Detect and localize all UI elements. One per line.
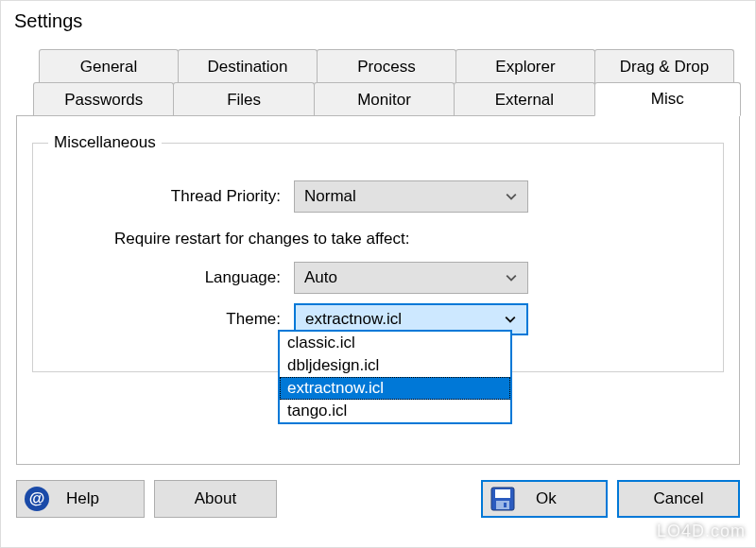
help-button[interactable]: @ Help [16, 480, 145, 518]
tab-drag-drop[interactable]: Drag & Drop [594, 49, 734, 83]
tab-explorer[interactable]: Explorer [455, 49, 595, 83]
about-button[interactable]: About [154, 480, 277, 518]
label-language: Language: [48, 268, 294, 287]
about-button-label: About [195, 489, 236, 508]
tab-external[interactable]: External [454, 82, 594, 116]
row-language: Language: Auto [48, 262, 708, 294]
tab-misc[interactable]: Misc [594, 82, 741, 116]
tab-row-1: General Destination Process Explorer Dra… [16, 49, 740, 83]
theme-option[interactable]: dbljdesign.icl [280, 354, 510, 377]
chevron-down-icon [504, 313, 517, 326]
settings-window: Settings General Destination Process Exp… [1, 1, 755, 547]
svg-rect-2 [496, 501, 509, 509]
select-thread-priority-value: Normal [304, 187, 356, 206]
tab-destination[interactable]: Destination [178, 49, 318, 83]
restart-note: Require restart for changes to take affe… [114, 230, 708, 248]
window-title: Settings [1, 1, 755, 38]
ok-button[interactable]: Ok [481, 480, 608, 518]
tab-row-2: Passwords Files Monitor External Misc [16, 82, 740, 116]
svg-rect-1 [495, 489, 510, 498]
tab-monitor[interactable]: Monitor [314, 82, 455, 116]
group-legend: Miscellaneous [48, 133, 162, 152]
tab-files[interactable]: Files [173, 82, 314, 116]
tab-passwords[interactable]: Passwords [33, 82, 174, 116]
save-disk-icon [490, 487, 515, 511]
theme-dropdown-list[interactable]: classic.icl dbljdesign.icl extractnow.ic… [278, 330, 512, 424]
tab-general[interactable]: General [39, 49, 179, 83]
at-icon: @ [25, 487, 49, 511]
chevron-down-icon [505, 190, 518, 203]
svg-rect-3 [504, 503, 507, 507]
select-language-value: Auto [304, 268, 337, 287]
help-button-label: Help [66, 489, 99, 508]
tab-process[interactable]: Process [317, 49, 456, 83]
theme-option[interactable]: classic.icl [280, 332, 510, 354]
cancel-button-label: Cancel [654, 489, 704, 508]
ok-button-label: Ok [536, 489, 557, 508]
content-area: General Destination Process Explorer Dra… [1, 38, 755, 472]
cancel-button[interactable]: Cancel [617, 480, 740, 518]
theme-option-selected[interactable]: extractnow.icl [280, 377, 510, 400]
label-theme: Theme: [48, 310, 294, 329]
button-bar: @ Help About Ok Cancel [1, 472, 755, 533]
label-thread-priority: Thread Priority: [48, 187, 294, 206]
select-thread-priority[interactable]: Normal [294, 180, 528, 213]
select-theme-value: extractnow.icl [305, 310, 402, 329]
row-thread-priority: Thread Priority: Normal [48, 180, 708, 213]
chevron-down-icon [505, 271, 518, 284]
theme-option[interactable]: tango.icl [280, 400, 510, 422]
select-language[interactable]: Auto [294, 262, 528, 294]
